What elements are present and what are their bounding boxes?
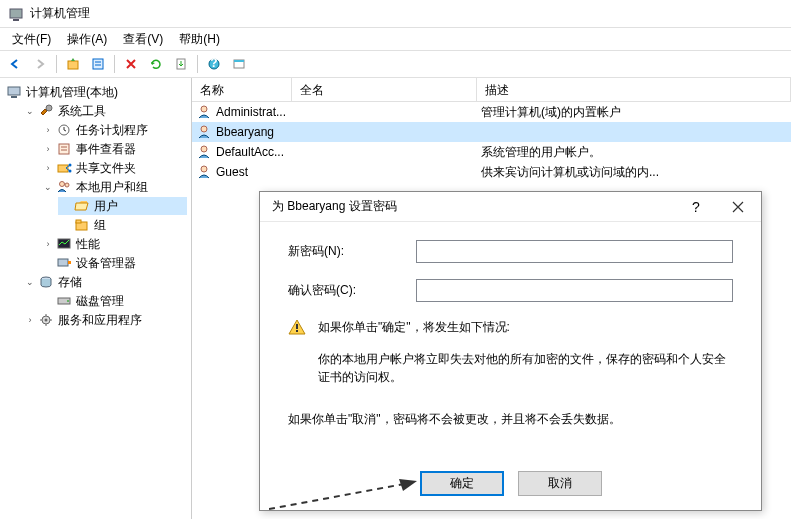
row-name: Guest — [216, 165, 248, 179]
tree-shared-folders-label: 共享文件夹 — [76, 160, 136, 177]
svg-point-32 — [45, 319, 48, 322]
options-button[interactable] — [228, 53, 250, 75]
menu-bar: 文件(F) 操作(A) 查看(V) 帮助(H) — [0, 28, 791, 50]
tree-groups[interactable]: 组 — [58, 216, 187, 234]
svg-rect-10 — [234, 60, 244, 62]
tree-shared-folders[interactable]: ›共享文件夹 — [40, 159, 187, 177]
tree-task-scheduler-label: 任务计划程序 — [76, 122, 148, 139]
properties-button[interactable] — [87, 53, 109, 75]
tree-device-manager[interactable]: 设备管理器 — [40, 254, 187, 272]
delete-button[interactable] — [120, 53, 142, 75]
toolbar-separator — [56, 55, 57, 73]
tree-local-users-groups-label: 本地用户和组 — [76, 179, 148, 196]
export-button[interactable] — [170, 53, 192, 75]
help-button[interactable]: ? — [203, 53, 225, 75]
tree-task-scheduler[interactable]: ›任务计划程序 — [40, 121, 187, 139]
column-fullname[interactable]: 全名 — [292, 78, 477, 101]
tree-storage-label: 存储 — [58, 274, 82, 291]
user-icon — [196, 144, 212, 160]
cancel-button[interactable]: 取消 — [518, 471, 602, 496]
folder-icon — [74, 217, 90, 233]
dialog-help-button[interactable]: ? — [675, 193, 717, 221]
svg-rect-11 — [8, 87, 20, 95]
toolbar-separator — [114, 55, 115, 73]
users-icon — [56, 179, 72, 195]
svg-text:?: ? — [210, 57, 217, 70]
svg-point-34 — [201, 126, 207, 132]
tree-performance[interactable]: ›性能 — [40, 235, 187, 253]
tree-services-apps-label: 服务和应用程序 — [58, 312, 142, 329]
svg-point-21 — [60, 182, 65, 187]
tree-storage[interactable]: ⌄存储 — [22, 273, 187, 291]
tree-system-tools-label: 系统工具 — [58, 103, 106, 120]
svg-rect-15 — [59, 144, 69, 154]
refresh-button[interactable] — [145, 53, 167, 75]
collapse-icon[interactable]: ⌄ — [42, 181, 54, 193]
new-password-input[interactable] — [416, 240, 733, 263]
user-icon — [196, 124, 212, 140]
svg-point-19 — [69, 164, 72, 167]
set-password-dialog: 为 Bbearyang 设置密码 ? 新密码(N): 确认密码(C): 如果你单… — [259, 191, 762, 511]
performance-icon — [56, 236, 72, 252]
share-icon — [56, 160, 72, 176]
svg-rect-3 — [93, 59, 103, 69]
svg-rect-0 — [10, 9, 22, 18]
column-description[interactable]: 描述 — [477, 78, 791, 101]
tree-local-users-groups[interactable]: ⌄本地用户和组 — [40, 178, 187, 196]
window-title: 计算机管理 — [30, 5, 90, 22]
ok-button[interactable]: 确定 — [420, 471, 504, 496]
expand-icon[interactable]: › — [42, 143, 54, 155]
expand-icon[interactable]: › — [42, 162, 54, 174]
expand-icon[interactable]: › — [42, 124, 54, 136]
user-icon — [196, 164, 212, 180]
row-name: Bbearyang — [216, 125, 274, 139]
list-row[interactable]: Bbearyang — [192, 122, 791, 142]
tree-users[interactable]: 用户 — [58, 197, 187, 215]
svg-point-20 — [69, 170, 72, 173]
tree-services-apps[interactable]: ›服务和应用程序 — [22, 311, 187, 329]
up-button[interactable] — [62, 53, 84, 75]
tree-users-label: 用户 — [94, 198, 118, 215]
tree-disk-management-label: 磁盘管理 — [76, 293, 124, 310]
tree-event-viewer-label: 事件查看器 — [76, 141, 136, 158]
user-icon — [196, 104, 212, 120]
tools-icon — [38, 103, 54, 119]
new-password-label: 新密码(N): — [288, 243, 416, 260]
row-description: 系统管理的用户帐户。 — [477, 144, 791, 161]
menu-file[interactable]: 文件(F) — [4, 29, 59, 50]
svg-point-22 — [65, 183, 69, 187]
warning-icon — [288, 318, 308, 338]
expand-icon[interactable]: › — [42, 238, 54, 250]
list-row[interactable]: DefaultAcc...系统管理的用户帐户。 — [192, 142, 791, 162]
tree-system-tools[interactable]: ⌄ 系统工具 — [22, 102, 187, 120]
clock-icon — [56, 122, 72, 138]
list-row[interactable]: Guest供来宾访问计算机或访问域的内... — [192, 162, 791, 182]
svg-point-33 — [201, 106, 207, 112]
menu-view[interactable]: 查看(V) — [115, 29, 171, 50]
list-row[interactable]: Administrat...管理计算机(域)的内置帐户 — [192, 102, 791, 122]
toolbar-separator — [197, 55, 198, 73]
back-button[interactable] — [4, 53, 26, 75]
confirm-password-input[interactable] — [416, 279, 733, 302]
collapse-icon[interactable]: ⌄ — [24, 105, 36, 117]
svg-rect-37 — [296, 324, 298, 329]
dialog-close-button[interactable] — [717, 193, 759, 221]
tree-event-viewer[interactable]: ›事件查看器 — [40, 140, 187, 158]
row-description: 供来宾访问计算机或访问域的内... — [477, 164, 791, 181]
tree-root[interactable]: 计算机管理(本地) — [4, 83, 187, 101]
svg-rect-1 — [13, 19, 19, 21]
menu-help[interactable]: 帮助(H) — [171, 29, 228, 50]
menu-action[interactable]: 操作(A) — [59, 29, 115, 50]
row-name: DefaultAcc... — [216, 145, 284, 159]
tree-disk-management[interactable]: 磁盘管理 — [40, 292, 187, 310]
collapse-icon[interactable]: ⌄ — [24, 276, 36, 288]
expand-icon[interactable]: › — [24, 314, 36, 326]
list-body: Administrat...管理计算机(域)的内置帐户BbearyangDefa… — [192, 102, 791, 182]
note-text: 如果你单击"取消"，密码将不会被更改，并且将不会丢失数据。 — [288, 410, 733, 428]
dialog-title: 为 Bbearyang 设置密码 — [272, 198, 675, 215]
svg-rect-2 — [68, 61, 78, 69]
svg-rect-38 — [296, 330, 298, 332]
forward-button[interactable] — [29, 53, 51, 75]
column-name[interactable]: 名称 — [192, 78, 292, 101]
dialog-titlebar[interactable]: 为 Bbearyang 设置密码 ? — [260, 192, 761, 222]
